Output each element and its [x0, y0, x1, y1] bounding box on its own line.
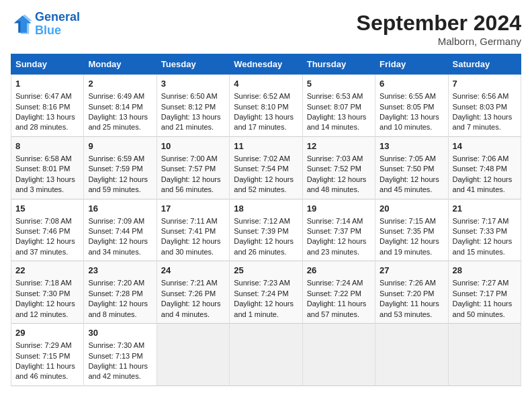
- calendar-cell: [230, 324, 302, 386]
- col-header-sunday: Sunday: [11, 54, 84, 75]
- calendar-cell: 5Sunrise: 6:53 AM Sunset: 8:07 PM Daylig…: [302, 75, 375, 137]
- day-info: Sunrise: 6:53 AM Sunset: 8:07 PM Dayligh…: [307, 91, 371, 133]
- day-info: Sunrise: 7:24 AM Sunset: 7:22 PM Dayligh…: [307, 278, 371, 320]
- calendar-cell: 23Sunrise: 7:20 AM Sunset: 7:28 PM Dayli…: [84, 261, 157, 324]
- col-header-tuesday: Tuesday: [157, 54, 229, 75]
- day-info: Sunrise: 7:02 AM Sunset: 7:54 PM Dayligh…: [234, 154, 298, 195]
- calendar-cell: 3Sunrise: 6:50 AM Sunset: 8:12 PM Daylig…: [157, 75, 229, 137]
- day-number: 24: [161, 265, 225, 277]
- calendar-cell: 17Sunrise: 7:11 AM Sunset: 7:41 PM Dayli…: [157, 199, 229, 261]
- col-header-wednesday: Wednesday: [230, 54, 302, 75]
- day-info: Sunrise: 7:05 AM Sunset: 7:50 PM Dayligh…: [380, 154, 443, 195]
- day-number: 5: [307, 78, 371, 90]
- day-info: Sunrise: 7:12 AM Sunset: 7:39 PM Dayligh…: [234, 216, 298, 258]
- calendar-cell: 25Sunrise: 7:23 AM Sunset: 7:24 PM Dayli…: [230, 261, 302, 324]
- day-info: Sunrise: 6:56 AM Sunset: 8:03 PM Dayligh…: [453, 91, 517, 133]
- day-number: 27: [380, 265, 443, 277]
- calendar-cell: 9Sunrise: 6:59 AM Sunset: 7:59 PM Daylig…: [84, 136, 157, 199]
- calendar-cell: 10Sunrise: 7:00 AM Sunset: 7:57 PM Dayli…: [157, 136, 229, 199]
- day-info: Sunrise: 6:55 AM Sunset: 8:05 PM Dayligh…: [380, 91, 443, 133]
- day-info: Sunrise: 7:18 AM Sunset: 7:30 PM Dayligh…: [15, 278, 79, 320]
- col-header-monday: Monday: [84, 54, 157, 75]
- calendar-cell: [302, 324, 375, 386]
- calendar-cell: 7Sunrise: 6:56 AM Sunset: 8:03 PM Daylig…: [448, 75, 521, 137]
- calendar-cell: 15Sunrise: 7:08 AM Sunset: 7:46 PM Dayli…: [11, 199, 84, 261]
- calendar-cell: 14Sunrise: 7:06 AM Sunset: 7:48 PM Dayli…: [448, 136, 521, 199]
- calendar-cell: 4Sunrise: 6:52 AM Sunset: 8:10 PM Daylig…: [230, 75, 302, 137]
- header-row: SundayMondayTuesdayWednesdayThursdayFrid…: [11, 54, 521, 75]
- day-number: 18: [234, 203, 298, 215]
- calendar-cell: 1Sunrise: 6:47 AM Sunset: 8:16 PM Daylig…: [11, 75, 84, 137]
- calendar-week-2: 8Sunrise: 6:58 AM Sunset: 8:01 PM Daylig…: [11, 136, 521, 199]
- day-number: 28: [453, 265, 517, 277]
- calendar-cell: 19Sunrise: 7:14 AM Sunset: 7:37 PM Dayli…: [302, 199, 375, 261]
- calendar-cell: 16Sunrise: 7:09 AM Sunset: 7:44 PM Dayli…: [84, 199, 157, 261]
- logo-text: General Blue: [35, 11, 80, 38]
- col-header-saturday: Saturday: [448, 54, 521, 75]
- day-number: 29: [15, 327, 79, 339]
- day-number: 13: [380, 140, 443, 152]
- calendar-cell: 18Sunrise: 7:12 AM Sunset: 7:39 PM Dayli…: [230, 199, 302, 261]
- day-number: 6: [380, 78, 443, 90]
- day-info: Sunrise: 6:58 AM Sunset: 8:01 PM Dayligh…: [15, 154, 79, 195]
- calendar-cell: [448, 324, 521, 386]
- day-info: Sunrise: 7:15 AM Sunset: 7:35 PM Dayligh…: [380, 216, 443, 258]
- col-header-thursday: Thursday: [302, 54, 375, 75]
- day-info: Sunrise: 7:23 AM Sunset: 7:24 PM Dayligh…: [234, 278, 298, 320]
- day-info: Sunrise: 7:14 AM Sunset: 7:37 PM Dayligh…: [307, 216, 371, 258]
- day-number: 22: [15, 265, 79, 277]
- calendar-week-1: 1Sunrise: 6:47 AM Sunset: 8:16 PM Daylig…: [11, 75, 521, 137]
- day-number: 4: [234, 78, 298, 90]
- day-number: 7: [453, 78, 517, 90]
- calendar-cell: 20Sunrise: 7:15 AM Sunset: 7:35 PM Dayli…: [375, 199, 448, 261]
- col-header-friday: Friday: [375, 54, 448, 75]
- calendar-cell: 29Sunrise: 7:29 AM Sunset: 7:15 PM Dayli…: [11, 324, 84, 386]
- day-number: 23: [88, 265, 152, 277]
- day-info: Sunrise: 6:49 AM Sunset: 8:14 PM Dayligh…: [88, 91, 152, 133]
- day-number: 19: [307, 203, 371, 215]
- title-block: September 2024 Malborn, Germany: [357, 11, 521, 47]
- day-info: Sunrise: 7:20 AM Sunset: 7:28 PM Dayligh…: [88, 278, 152, 320]
- day-number: 9: [88, 140, 152, 152]
- calendar-cell: [157, 324, 229, 386]
- calendar-cell: 12Sunrise: 7:03 AM Sunset: 7:52 PM Dayli…: [302, 136, 375, 199]
- day-number: 15: [15, 203, 79, 215]
- day-info: Sunrise: 7:26 AM Sunset: 7:20 PM Dayligh…: [380, 278, 443, 320]
- calendar-cell: 13Sunrise: 7:05 AM Sunset: 7:50 PM Dayli…: [375, 136, 448, 199]
- day-info: Sunrise: 7:00 AM Sunset: 7:57 PM Dayligh…: [161, 154, 225, 195]
- day-number: 26: [307, 265, 371, 277]
- logo-icon: [11, 13, 32, 35]
- calendar-cell: 21Sunrise: 7:17 AM Sunset: 7:33 PM Dayli…: [448, 199, 521, 261]
- day-number: 8: [15, 140, 79, 152]
- month-title: September 2024: [357, 11, 521, 36]
- calendar-cell: 24Sunrise: 7:21 AM Sunset: 7:26 PM Dayli…: [157, 261, 229, 324]
- day-info: Sunrise: 7:09 AM Sunset: 7:44 PM Dayligh…: [88, 216, 152, 258]
- calendar-cell: 26Sunrise: 7:24 AM Sunset: 7:22 PM Dayli…: [302, 261, 375, 324]
- calendar-cell: 28Sunrise: 7:27 AM Sunset: 7:17 PM Dayli…: [448, 261, 521, 324]
- calendar-cell: 2Sunrise: 6:49 AM Sunset: 8:14 PM Daylig…: [84, 75, 157, 137]
- day-info: Sunrise: 7:30 AM Sunset: 7:13 PM Dayligh…: [88, 340, 152, 382]
- day-info: Sunrise: 7:03 AM Sunset: 7:52 PM Dayligh…: [307, 154, 371, 195]
- day-info: Sunrise: 7:29 AM Sunset: 7:15 PM Dayligh…: [15, 340, 79, 382]
- day-number: 3: [161, 78, 225, 90]
- day-number: 12: [307, 140, 371, 152]
- day-number: 10: [161, 140, 225, 152]
- day-info: Sunrise: 7:11 AM Sunset: 7:41 PM Dayligh…: [161, 216, 225, 258]
- day-number: 1: [15, 78, 79, 90]
- calendar-cell: 27Sunrise: 7:26 AM Sunset: 7:20 PM Dayli…: [375, 261, 448, 324]
- calendar-week-4: 22Sunrise: 7:18 AM Sunset: 7:30 PM Dayli…: [11, 261, 521, 324]
- calendar-cell: 22Sunrise: 7:18 AM Sunset: 7:30 PM Dayli…: [11, 261, 84, 324]
- day-info: Sunrise: 7:06 AM Sunset: 7:48 PM Dayligh…: [453, 154, 517, 195]
- day-info: Sunrise: 7:21 AM Sunset: 7:26 PM Dayligh…: [161, 278, 225, 320]
- page-header: General Blue September 2024 Malborn, Ger…: [11, 11, 521, 47]
- day-info: Sunrise: 6:47 AM Sunset: 8:16 PM Dayligh…: [15, 91, 79, 133]
- day-number: 20: [380, 203, 443, 215]
- day-info: Sunrise: 6:50 AM Sunset: 8:12 PM Dayligh…: [161, 91, 225, 133]
- calendar-week-3: 15Sunrise: 7:08 AM Sunset: 7:46 PM Dayli…: [11, 199, 521, 261]
- day-info: Sunrise: 7:27 AM Sunset: 7:17 PM Dayligh…: [453, 278, 517, 320]
- day-number: 30: [88, 327, 152, 339]
- logo: General Blue: [11, 11, 80, 38]
- day-info: Sunrise: 7:17 AM Sunset: 7:33 PM Dayligh…: [453, 216, 517, 258]
- day-number: 21: [453, 203, 517, 215]
- calendar-cell: 6Sunrise: 6:55 AM Sunset: 8:05 PM Daylig…: [375, 75, 448, 137]
